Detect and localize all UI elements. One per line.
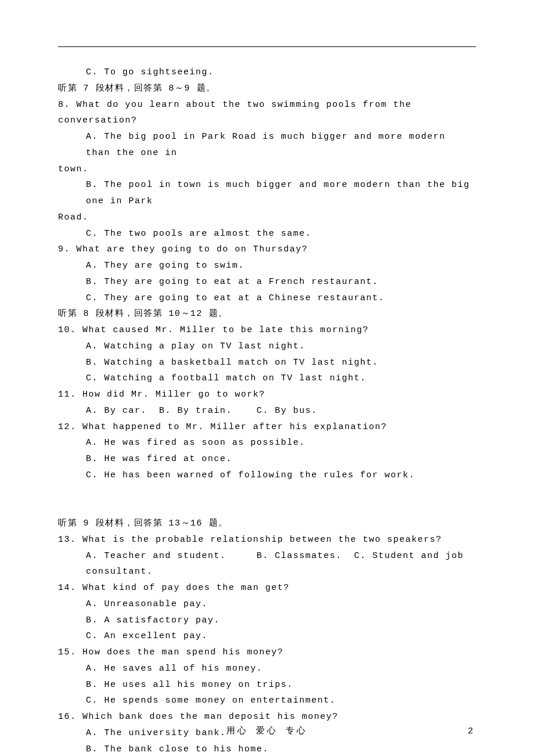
text-line: A. They are going to swim. (58, 258, 476, 274)
page-footer: 用心 爱心 专心 2 (0, 723, 534, 740)
page-number: 2 (468, 723, 473, 740)
text-line: A. He saves all of his money. (58, 661, 476, 677)
text-line: B. The pool in town is much bigger and m… (58, 177, 476, 210)
text-line: C. He has been warned of following the r… (58, 467, 476, 484)
text-line: C. He spends some money on entertainment… (58, 693, 476, 709)
text-line: B. Watching a basketball match on TV las… (58, 355, 476, 371)
text-line: A. The big pool in Park Road is much big… (58, 129, 476, 161)
text-line: C. The two pools are almost the same. (58, 226, 476, 242)
text-line: 15. How does the man spend his money? (58, 645, 476, 661)
text-line: Road. (58, 210, 476, 226)
text-line: B. He uses all his money on trips. (58, 677, 476, 693)
text-line: B. A satisfactory pay. (58, 613, 476, 629)
text-line: 听第 9 段材料，回答第 13～16 题。 (58, 516, 476, 532)
text-line: C. To go sightseeing. (58, 64, 476, 81)
text-line: B. The bank close to his home. (58, 741, 476, 757)
text-line: 9. What are they going to do on Thursday… (58, 242, 476, 258)
text-line: 听第 8 段材料，回答第 10～12 题。 (58, 306, 476, 322)
text-line: A. He was fired as soon as possible. (58, 435, 476, 451)
text-line: town. (58, 161, 476, 178)
text-line: C. They are going to eat at a Chinese re… (58, 290, 476, 307)
text-line: 16. Which bank does the man deposit his … (58, 709, 476, 725)
document-body: C. To go sightseeing.听第 7 段材料，回答第 8～9 题。… (58, 64, 476, 756)
text-line: 听第 7 段材料，回答第 8～9 题。 (58, 81, 476, 97)
text-line: A. By car. B. By train. C. By bus. (58, 403, 476, 419)
text-line: B. He was fired at once. (58, 451, 476, 467)
text-line: A. Teacher and student. B. Classmates. C… (58, 548, 476, 581)
text-line: A. Unreasonable pay. (58, 596, 476, 613)
text-line: C. An excellent pay. (58, 628, 476, 645)
text-line: A. Watching a play on TV last night. (58, 339, 476, 355)
text-line: 13. What is the probable relationship be… (58, 532, 476, 548)
document-page: C. To go sightseeing.听第 7 段材料，回答第 8～9 题。… (0, 0, 534, 756)
text-line: C. Watching a football match on TV last … (58, 370, 476, 387)
footer-text: 用心 爱心 专心 (226, 726, 308, 736)
text-line: B. They are going to eat at a French res… (58, 274, 476, 290)
text-line: 8. What do you learn about the two swimm… (58, 97, 476, 129)
text-line: 12. What happened to Mr. Miller after hi… (58, 419, 476, 435)
text-line: 10. What caused Mr. Miller to be late th… (58, 322, 476, 339)
blank-line (58, 484, 476, 516)
text-line: 14. What kind of pay does the man get? (58, 580, 476, 596)
text-line: 11. How did Mr. Miller go to work? (58, 387, 476, 403)
top-rule (58, 46, 476, 47)
